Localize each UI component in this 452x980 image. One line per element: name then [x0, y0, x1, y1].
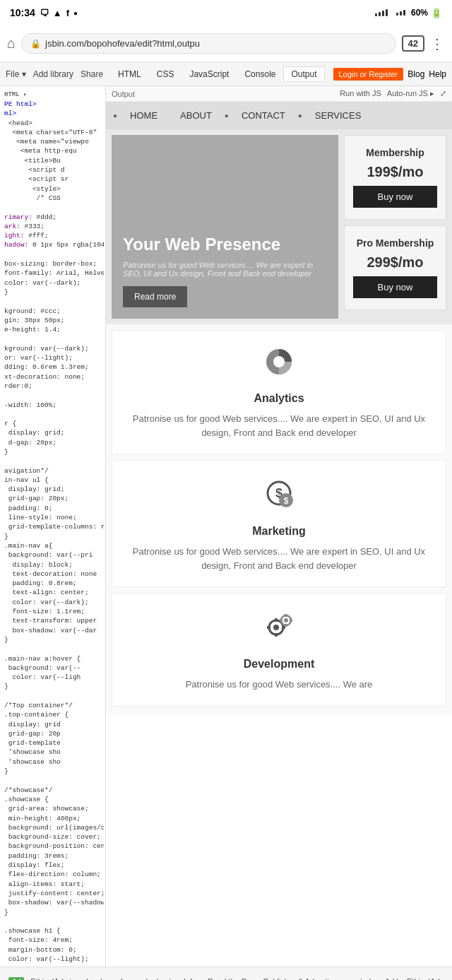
code-line: 'showcase sho	[1, 748, 104, 757]
hero-showcase: Your Web Presence Patronise us for good …	[112, 135, 338, 319]
code-line: padding: 0;	[1, 504, 104, 513]
signal-bar-4	[386, 9, 388, 16]
code-line: }	[1, 682, 104, 691]
nav-about[interactable]: ABOUT	[169, 102, 223, 129]
marketing-icon: $ $	[124, 475, 434, 518]
tab-javascript[interactable]: JavaScript	[182, 66, 237, 82]
code-line: }	[1, 767, 104, 776]
code-line: /* CSS	[1, 194, 104, 203]
auto-run-js-btn[interactable]: Auto-run JS ▸	[387, 89, 434, 98]
triangle-icon: ▲	[53, 8, 62, 18]
code-line: ark: #333;	[1, 222, 104, 231]
code-line: ight: #fff;	[1, 231, 104, 240]
code-line: grid-area: showcase;	[1, 804, 104, 813]
pro-membership-buy-btn[interactable]: Buy now	[353, 276, 437, 298]
editor-area: HTML ▸ PE html> ml> <head> <meta charset…	[0, 86, 452, 967]
code-line: justify-content: center;	[1, 889, 104, 898]
code-line: }	[1, 288, 104, 297]
code-line: padding: 0.8rem;	[1, 579, 104, 588]
lock-icon: 🔒	[30, 39, 41, 49]
run-with-js-btn[interactable]: Run with JS	[340, 89, 381, 98]
home-icon[interactable]: ⌂	[7, 35, 16, 52]
nav-contact[interactable]: CONTACT	[230, 102, 297, 129]
battery-icon: 🔋	[431, 8, 442, 18]
blog-link[interactable]: Blog	[408, 69, 424, 79]
analytics-title: Analytics	[124, 392, 434, 405]
signal-bar-1	[375, 13, 377, 16]
tab-count[interactable]: 42	[402, 35, 424, 52]
code-line: align-items: start;	[1, 880, 104, 889]
code-line: color: var(--dark);	[1, 598, 104, 607]
development-icon	[124, 608, 434, 651]
tab-css[interactable]: CSS	[149, 66, 182, 82]
browser-menu[interactable]: ⋮	[430, 35, 445, 52]
code-line: background: var(--pri	[1, 550, 104, 560]
output-panel: Output Run with JS Auto-run JS ▸ ⤢ ● HOM…	[106, 86, 452, 967]
signal-bar-3	[382, 11, 384, 16]
code-line: display: grid;	[1, 428, 104, 437]
code-line: font-size: 4rem;	[1, 935, 104, 945]
code-line: .showcase h1 {	[1, 926, 104, 935]
svg-point-1	[273, 356, 285, 367]
nav-services[interactable]: SERVICES	[304, 102, 373, 129]
svg-rect-14	[285, 614, 287, 617]
code-line: box-sizing: border-box;	[1, 259, 104, 268]
login-register-btn[interactable]: Login or Register	[333, 68, 404, 81]
address-bar[interactable]: 🔒 jsbin.com/bopohofeva/edit?html,outpu	[21, 33, 396, 54]
code-line: <meta charset="UTF-8"	[1, 128, 104, 137]
code-line: gin: 30px 50px;	[1, 316, 104, 325]
file-menu[interactable]: File ▾	[6, 69, 26, 79]
code-line: color: var(--ligh	[1, 673, 104, 682]
signal-bar2-1	[396, 13, 398, 16]
code-line: background-size: cover;	[1, 832, 104, 842]
membership-buy-btn[interactable]: Buy now	[353, 186, 437, 208]
code-line: background: url(images/co	[1, 823, 104, 832]
signal-bar2-3	[403, 10, 405, 16]
tab-console[interactable]: Console	[237, 66, 283, 82]
development-title: Development	[124, 658, 434, 671]
expand-icon[interactable]: ⤢	[440, 89, 446, 98]
code-line: <script sr	[1, 175, 104, 184]
code-line: }	[1, 908, 104, 917]
code-line: font-family: Arial, Helve	[1, 268, 104, 278]
hero-grid: Your Web Presence Patronise us for good …	[106, 129, 452, 324]
toolbar: File ▾ Add library Share HTML CSS JavaSc…	[0, 62, 452, 86]
signal-bar-2	[379, 12, 381, 16]
code-line: line-style: none;	[1, 513, 104, 522]
code-line	[1, 456, 104, 466]
code-line: text-transform: upper	[1, 616, 104, 625]
code-line: margin-bottom: 0;	[1, 945, 104, 955]
nav-home[interactable]: HOME	[119, 102, 169, 129]
hero-title: Your Web Presence	[123, 235, 327, 255]
analytics-icon	[124, 345, 434, 385]
ad-content: Ad EthicalAds is a developer-focused ad …	[8, 977, 373, 980]
share-btn[interactable]: Share	[81, 69, 103, 79]
code-line	[1, 644, 104, 654]
output-content: ● HOME ABOUT ● CONTACT ● SERVICES Your W…	[106, 102, 452, 967]
membership-col: Membership 199$/mo Buy now Pro Membershi…	[344, 135, 446, 319]
code-panel: HTML ▸ PE html> ml> <head> <meta charset…	[0, 86, 106, 967]
tab-output[interactable]: Output	[283, 66, 324, 82]
output-label: Output Run with JS Auto-run JS ▸ ⤢	[106, 86, 452, 102]
code-line: color: var(--dark);	[1, 278, 104, 288]
tab-html[interactable]: HTML	[110, 66, 149, 82]
add-library-btn[interactable]: Add library	[33, 69, 73, 79]
features-section: Analytics Patronise us for good Web serv…	[106, 324, 452, 715]
code-line: grid-template	[1, 738, 104, 748]
status-bar: 10:34 🗨 ▲ f ● 60% 🔋	[0, 0, 452, 25]
pro-membership-title: Pro Membership	[353, 237, 437, 249]
code-line: ml>	[1, 109, 104, 118]
read-more-btn[interactable]: Read more	[123, 286, 187, 307]
svg-rect-10	[267, 626, 270, 629]
code-line: text-align: center;	[1, 588, 104, 597]
output-label-text: Output	[112, 90, 135, 98]
marketing-text: Patronise us for good Web services.... W…	[124, 545, 434, 572]
toolbar-tabs: HTML CSS JavaScript Console Output	[110, 66, 324, 82]
code-line: dding: 0.6rem 1.3rem;	[1, 362, 104, 372]
code-line: e-height: 1.4;	[1, 325, 104, 334]
code-line: xt-decoration: none;	[1, 372, 104, 382]
code-line: in-nav ul {	[1, 476, 104, 485]
signal-bars-2	[396, 10, 405, 16]
help-link[interactable]: Help	[429, 69, 446, 79]
hero-subtitle: Patronise us for good Web services.... W…	[123, 261, 327, 278]
